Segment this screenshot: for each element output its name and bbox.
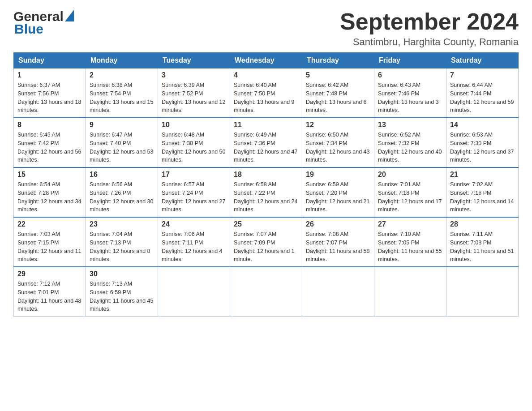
day-info: Sunrise: 6:42 AM Sunset: 7:48 PM Dayligh… bbox=[306, 81, 370, 115]
calendar-table: Sunday Monday Tuesday Wednesday Thursday… bbox=[13, 52, 519, 317]
day-cell-2-3: 18 Sunrise: 6:58 AM Sunset: 7:22 PM Dayl… bbox=[230, 167, 302, 217]
day-number: 30 bbox=[90, 270, 154, 278]
day-number: 11 bbox=[234, 121, 298, 129]
day-cell-0-0: 1 Sunrise: 6:37 AM Sunset: 7:56 PM Dayli… bbox=[14, 68, 86, 118]
day-number: 17 bbox=[162, 171, 226, 179]
logo-arrow-icon bbox=[65, 10, 74, 21]
day-cell-2-0: 15 Sunrise: 6:54 AM Sunset: 7:28 PM Dayl… bbox=[14, 167, 86, 217]
day-cell-3-5: 27 Sunrise: 7:10 AM Sunset: 7:05 PM Dayl… bbox=[374, 217, 446, 267]
day-cell-0-1: 2 Sunrise: 6:38 AM Sunset: 7:54 PM Dayli… bbox=[86, 68, 158, 118]
day-number: 12 bbox=[306, 121, 370, 129]
col-monday: Monday bbox=[86, 53, 158, 68]
day-cell-3-6: 28 Sunrise: 7:11 AM Sunset: 7:03 PM Dayl… bbox=[446, 217, 519, 267]
day-info: Sunrise: 7:02 AM Sunset: 7:16 PM Dayligh… bbox=[450, 180, 515, 214]
day-number: 29 bbox=[17, 270, 82, 278]
day-info: Sunrise: 6:58 AM Sunset: 7:22 PM Dayligh… bbox=[234, 180, 298, 214]
day-info: Sunrise: 7:04 AM Sunset: 7:13 PM Dayligh… bbox=[90, 230, 154, 264]
day-number: 20 bbox=[378, 171, 442, 179]
day-number: 9 bbox=[90, 121, 154, 129]
day-info: Sunrise: 6:44 AM Sunset: 7:44 PM Dayligh… bbox=[450, 81, 515, 115]
day-cell-2-2: 17 Sunrise: 6:57 AM Sunset: 7:24 PM Dayl… bbox=[158, 167, 230, 217]
week-row-5: 29 Sunrise: 7:12 AM Sunset: 7:01 PM Dayl… bbox=[14, 267, 519, 317]
logo-blue-text: Blue bbox=[13, 21, 43, 37]
day-cell-1-3: 11 Sunrise: 6:49 AM Sunset: 7:36 PM Dayl… bbox=[230, 118, 302, 167]
day-info: Sunrise: 6:43 AM Sunset: 7:46 PM Dayligh… bbox=[378, 81, 442, 115]
day-info: Sunrise: 6:39 AM Sunset: 7:52 PM Dayligh… bbox=[162, 81, 226, 115]
day-number: 10 bbox=[162, 121, 226, 129]
day-cell-0-2: 3 Sunrise: 6:39 AM Sunset: 7:52 PM Dayli… bbox=[158, 68, 230, 118]
day-info: Sunrise: 6:50 AM Sunset: 7:34 PM Dayligh… bbox=[306, 131, 370, 164]
day-number: 7 bbox=[450, 71, 515, 79]
day-info: Sunrise: 6:53 AM Sunset: 7:30 PM Dayligh… bbox=[450, 131, 515, 164]
day-cell-3-3: 25 Sunrise: 7:07 AM Sunset: 7:09 PM Dayl… bbox=[230, 217, 302, 267]
day-info: Sunrise: 6:40 AM Sunset: 7:50 PM Dayligh… bbox=[234, 81, 298, 115]
day-number: 23 bbox=[90, 220, 154, 228]
calendar-header-row: Sunday Monday Tuesday Wednesday Thursday… bbox=[14, 53, 519, 68]
day-cell-4-5 bbox=[374, 267, 446, 317]
day-info: Sunrise: 7:01 AM Sunset: 7:18 PM Dayligh… bbox=[378, 180, 442, 214]
day-info: Sunrise: 7:08 AM Sunset: 7:07 PM Dayligh… bbox=[306, 230, 370, 264]
day-cell-0-6: 7 Sunrise: 6:44 AM Sunset: 7:44 PM Dayli… bbox=[446, 68, 519, 118]
day-info: Sunrise: 7:13 AM Sunset: 6:59 PM Dayligh… bbox=[90, 280, 154, 313]
day-number: 14 bbox=[450, 121, 515, 129]
day-cell-1-5: 13 Sunrise: 6:52 AM Sunset: 7:32 PM Dayl… bbox=[374, 118, 446, 167]
day-cell-2-6: 21 Sunrise: 7:02 AM Sunset: 7:16 PM Dayl… bbox=[446, 167, 519, 217]
day-cell-4-2 bbox=[158, 267, 230, 317]
col-tuesday: Tuesday bbox=[158, 53, 230, 68]
page-header: General Blue September 2024 Santimbru, H… bbox=[13, 9, 519, 48]
day-cell-1-1: 9 Sunrise: 6:47 AM Sunset: 7:40 PM Dayli… bbox=[86, 118, 158, 167]
title-block: September 2024 Santimbru, Harghita Count… bbox=[340, 9, 519, 48]
day-number: 21 bbox=[450, 171, 515, 179]
col-sunday: Sunday bbox=[14, 53, 86, 68]
day-number: 13 bbox=[378, 121, 442, 129]
day-cell-1-2: 10 Sunrise: 6:48 AM Sunset: 7:38 PM Dayl… bbox=[158, 118, 230, 167]
day-info: Sunrise: 6:54 AM Sunset: 7:28 PM Dayligh… bbox=[17, 180, 82, 214]
day-info: Sunrise: 7:10 AM Sunset: 7:05 PM Dayligh… bbox=[378, 230, 442, 264]
day-number: 22 bbox=[17, 220, 82, 228]
week-row-4: 22 Sunrise: 7:03 AM Sunset: 7:15 PM Dayl… bbox=[14, 217, 519, 267]
day-number: 5 bbox=[306, 71, 370, 79]
week-row-1: 1 Sunrise: 6:37 AM Sunset: 7:56 PM Dayli… bbox=[14, 68, 519, 118]
col-saturday: Saturday bbox=[446, 53, 519, 68]
day-cell-0-5: 6 Sunrise: 6:43 AM Sunset: 7:46 PM Dayli… bbox=[374, 68, 446, 118]
day-cell-0-3: 4 Sunrise: 6:40 AM Sunset: 7:50 PM Dayli… bbox=[230, 68, 302, 118]
day-cell-1-6: 14 Sunrise: 6:53 AM Sunset: 7:30 PM Dayl… bbox=[446, 118, 519, 167]
day-cell-4-3 bbox=[230, 267, 302, 317]
day-info: Sunrise: 7:06 AM Sunset: 7:11 PM Dayligh… bbox=[162, 230, 226, 264]
calendar-subtitle: Santimbru, Harghita County, Romania bbox=[340, 36, 519, 48]
col-thursday: Thursday bbox=[302, 53, 374, 68]
day-cell-4-0: 29 Sunrise: 7:12 AM Sunset: 7:01 PM Dayl… bbox=[14, 267, 86, 317]
day-info: Sunrise: 6:52 AM Sunset: 7:32 PM Dayligh… bbox=[378, 131, 442, 164]
day-info: Sunrise: 6:38 AM Sunset: 7:54 PM Dayligh… bbox=[90, 81, 154, 115]
day-number: 25 bbox=[234, 220, 298, 228]
day-number: 16 bbox=[90, 171, 154, 179]
day-info: Sunrise: 6:48 AM Sunset: 7:38 PM Dayligh… bbox=[162, 131, 226, 164]
day-cell-3-2: 24 Sunrise: 7:06 AM Sunset: 7:11 PM Dayl… bbox=[158, 217, 230, 267]
logo: General Blue bbox=[13, 9, 74, 37]
day-cell-4-6 bbox=[446, 267, 519, 317]
day-number: 1 bbox=[17, 71, 82, 79]
day-info: Sunrise: 7:03 AM Sunset: 7:15 PM Dayligh… bbox=[17, 230, 82, 264]
day-number: 4 bbox=[234, 71, 298, 79]
day-number: 3 bbox=[162, 71, 226, 79]
day-info: Sunrise: 6:59 AM Sunset: 7:20 PM Dayligh… bbox=[306, 180, 370, 214]
day-info: Sunrise: 6:37 AM Sunset: 7:56 PM Dayligh… bbox=[17, 81, 82, 115]
day-cell-1-4: 12 Sunrise: 6:50 AM Sunset: 7:34 PM Dayl… bbox=[302, 118, 374, 167]
day-number: 6 bbox=[378, 71, 442, 79]
day-number: 2 bbox=[90, 71, 154, 79]
day-cell-3-0: 22 Sunrise: 7:03 AM Sunset: 7:15 PM Dayl… bbox=[14, 217, 86, 267]
day-number: 15 bbox=[17, 171, 82, 179]
day-cell-3-4: 26 Sunrise: 7:08 AM Sunset: 7:07 PM Dayl… bbox=[302, 217, 374, 267]
day-cell-2-1: 16 Sunrise: 6:56 AM Sunset: 7:26 PM Dayl… bbox=[86, 167, 158, 217]
day-cell-4-1: 30 Sunrise: 7:13 AM Sunset: 6:59 PM Dayl… bbox=[86, 267, 158, 317]
day-info: Sunrise: 6:47 AM Sunset: 7:40 PM Dayligh… bbox=[90, 131, 154, 164]
day-info: Sunrise: 6:57 AM Sunset: 7:24 PM Dayligh… bbox=[162, 180, 226, 214]
day-number: 26 bbox=[306, 220, 370, 228]
day-cell-3-1: 23 Sunrise: 7:04 AM Sunset: 7:13 PM Dayl… bbox=[86, 217, 158, 267]
day-cell-2-4: 19 Sunrise: 6:59 AM Sunset: 7:20 PM Dayl… bbox=[302, 167, 374, 217]
week-row-3: 15 Sunrise: 6:54 AM Sunset: 7:28 PM Dayl… bbox=[14, 167, 519, 217]
day-info: Sunrise: 7:11 AM Sunset: 7:03 PM Dayligh… bbox=[450, 230, 515, 264]
day-cell-4-4 bbox=[302, 267, 374, 317]
calendar-title: September 2024 bbox=[340, 9, 519, 34]
day-info: Sunrise: 6:45 AM Sunset: 7:42 PM Dayligh… bbox=[17, 131, 82, 164]
